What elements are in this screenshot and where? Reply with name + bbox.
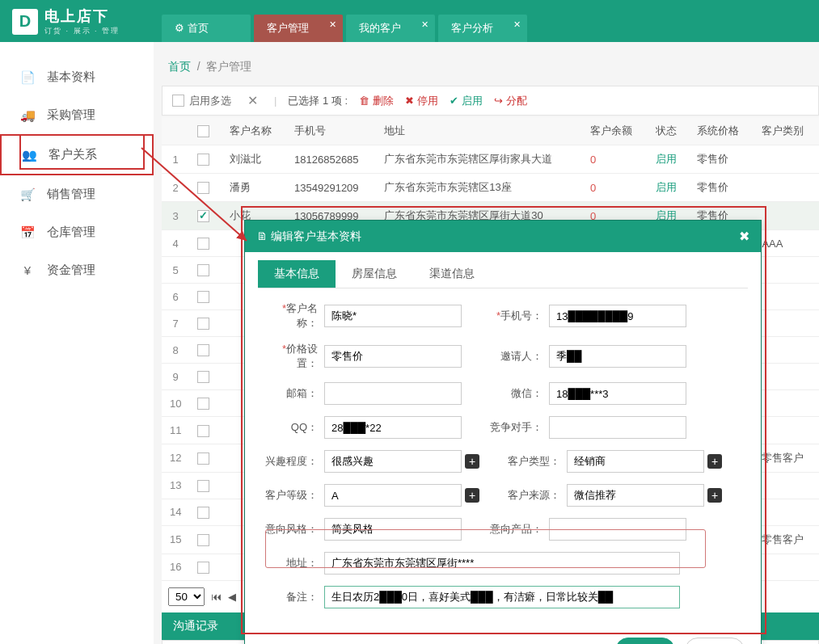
topbar: D 电上店下 订货 · 展示 · 管理 ⚙ 首页客户管理✕我的客户✕客户分析✕ xyxy=(0,0,819,42)
tab-1[interactable]: 客户管理✕ xyxy=(254,15,343,42)
modal-form: *客户名称： *手机号： *价格设置： 邀请人： 邮箱： 微信： QQ： 竞争对… xyxy=(245,288,761,628)
sidebar-item-3[interactable]: 🛒销售管理 xyxy=(0,175,154,213)
pager-prev-icon[interactable]: ◀ xyxy=(228,591,236,603)
email-input[interactable] xyxy=(324,382,462,405)
address-input[interactable] xyxy=(324,552,680,575)
col-balance[interactable]: 客户余额 xyxy=(582,117,647,145)
modal-tabs: 基本信息 房屋信息 渠道信息 xyxy=(258,260,748,288)
sidebar-icon: 🛒 xyxy=(19,187,36,202)
remark-input[interactable] xyxy=(324,586,680,608)
logo-icon: D xyxy=(12,9,38,35)
table-row[interactable]: 1刘滋北18126852685广东省东莞市东莞辖区厚街家具大道0启用零售价 xyxy=(162,145,819,174)
source-select[interactable] xyxy=(567,484,704,507)
competitor-input[interactable] xyxy=(549,416,686,439)
col-status[interactable]: 状态 xyxy=(648,117,689,145)
clear-selection[interactable]: ✕ xyxy=(243,93,263,108)
row-checkbox[interactable] xyxy=(197,238,209,250)
qq-input[interactable] xyxy=(324,416,462,439)
row-checkbox[interactable] xyxy=(197,480,209,492)
col-phone[interactable]: 手机号 xyxy=(286,117,376,145)
row-checkbox[interactable] xyxy=(197,210,209,222)
row-checkbox[interactable] xyxy=(197,534,209,546)
select-all-checkbox[interactable] xyxy=(197,125,209,137)
tab-3[interactable]: 客户分析✕ xyxy=(438,15,527,42)
sidebar-item-1[interactable]: 🚚采购管理 xyxy=(0,96,154,134)
modal-header: 🗎 编辑客户基本资料 ✖ xyxy=(245,221,761,252)
price-setting-select[interactable] xyxy=(324,345,462,368)
sidebar-item-0[interactable]: 📄基本资料 xyxy=(0,58,154,96)
breadcrumb-sep: / xyxy=(194,60,207,73)
wechat-input[interactable] xyxy=(549,382,686,405)
page-size-select[interactable]: 50 xyxy=(168,587,205,606)
tab-2[interactable]: 我的客户✕ xyxy=(346,15,435,42)
sidebar-icon: 🚚 xyxy=(19,108,36,123)
row-checkbox[interactable] xyxy=(197,425,209,437)
row-checkbox[interactable] xyxy=(197,318,209,330)
toolbar: 启用多选 ✕ | 已选择 1 项 : 🗑删除 ✖停用 ✔启用 ↪分配 xyxy=(162,86,819,116)
tab-close-icon[interactable]: ✕ xyxy=(421,19,428,30)
enable-multiselect[interactable]: 启用多选 xyxy=(172,94,231,108)
row-checkbox[interactable] xyxy=(197,264,209,276)
level-select[interactable] xyxy=(324,484,462,507)
row-checkbox[interactable] xyxy=(197,398,209,410)
tab-close-icon[interactable]: ✕ xyxy=(329,19,336,30)
phone-input[interactable] xyxy=(549,305,686,327)
sidebar-icon: 📅 xyxy=(19,225,36,240)
add-interest-icon[interactable]: + xyxy=(465,454,479,469)
delete-button[interactable]: 🗑删除 xyxy=(359,94,394,108)
style-select[interactable] xyxy=(324,518,462,541)
pager-first-icon[interactable]: ⏮ xyxy=(211,591,222,603)
row-checkbox[interactable] xyxy=(197,452,209,465)
tab-channel-info[interactable]: 渠道信息 xyxy=(413,260,491,288)
tab-0[interactable]: ⚙ 首页 xyxy=(162,15,251,42)
add-level-icon[interactable]: + xyxy=(465,488,479,503)
col-type[interactable]: 客户类别 xyxy=(754,117,819,145)
modal-title: 编辑客户基本资料 xyxy=(271,229,361,242)
customer-name-input[interactable] xyxy=(324,305,462,327)
tab-icon: ⚙ xyxy=(175,22,184,34)
cancel-button[interactable]: 取消 xyxy=(685,638,745,644)
col-price[interactable]: 系统价格 xyxy=(689,117,754,145)
enable-button[interactable]: ✔启用 xyxy=(450,94,483,108)
sidebar-item-4[interactable]: 📅仓库管理 xyxy=(0,213,154,251)
tab-close-icon[interactable]: ✕ xyxy=(513,19,521,30)
row-checkbox[interactable] xyxy=(197,291,209,303)
table-row[interactable]: 2潘勇13549291209广东省东莞市东莞辖区13座0启用零售价 xyxy=(162,174,819,202)
row-checkbox[interactable] xyxy=(197,507,209,519)
sidebar-item-5[interactable]: ¥资金管理 xyxy=(0,251,154,289)
logo: D 电上店下 订货 · 展示 · 管理 xyxy=(12,6,120,36)
row-checkbox[interactable] xyxy=(197,344,209,356)
add-type-icon[interactable]: + xyxy=(707,454,722,469)
row-checkbox[interactable] xyxy=(197,562,209,574)
customer-type-select[interactable] xyxy=(567,450,704,473)
sidebar-icon: 👥 xyxy=(21,148,37,162)
document-icon: 🗎 xyxy=(256,229,271,242)
interest-select[interactable] xyxy=(324,450,462,473)
product-input[interactable] xyxy=(549,518,686,541)
x-icon: ✖ xyxy=(405,95,414,107)
share-icon: ↪ xyxy=(494,95,503,107)
inviter-input[interactable] xyxy=(549,345,686,368)
row-checkbox[interactable] xyxy=(197,182,209,194)
row-checkbox[interactable] xyxy=(197,154,209,166)
col-name[interactable]: 客户名称 xyxy=(222,117,286,145)
assign-button[interactable]: ↪分配 xyxy=(494,94,527,108)
confirm-button[interactable]: 确定 xyxy=(615,638,675,644)
tab-house-info[interactable]: 房屋信息 xyxy=(336,260,413,288)
tab-basic-info[interactable]: 基本信息 xyxy=(258,260,336,288)
sidebar-item-2[interactable]: 👥客户关系 xyxy=(0,134,154,175)
add-source-icon[interactable]: + xyxy=(707,488,722,503)
modal-close-icon[interactable]: ✖ xyxy=(739,229,749,244)
breadcrumb: 首页 / 客户管理 xyxy=(162,48,819,86)
col-address[interactable]: 地址 xyxy=(376,117,582,145)
logo-title: 电上店下 xyxy=(44,6,120,26)
row-checkbox[interactable] xyxy=(197,371,209,383)
trash-icon: 🗑 xyxy=(359,95,369,107)
breadcrumb-current: 客户管理 xyxy=(206,60,251,73)
breadcrumb-home[interactable]: 首页 xyxy=(168,60,191,73)
disable-button[interactable]: ✖停用 xyxy=(405,94,438,108)
check-icon: ✔ xyxy=(450,95,458,107)
edit-customer-modal: 🗎 编辑客户基本资料 ✖ 基本信息 房屋信息 渠道信息 *客户名称： *手机号：… xyxy=(244,220,762,644)
multiselect-checkbox[interactable] xyxy=(172,95,184,107)
sidebar: 📄基本资料🚚采购管理👥客户关系🛒销售管理📅仓库管理¥资金管理 xyxy=(0,42,154,644)
